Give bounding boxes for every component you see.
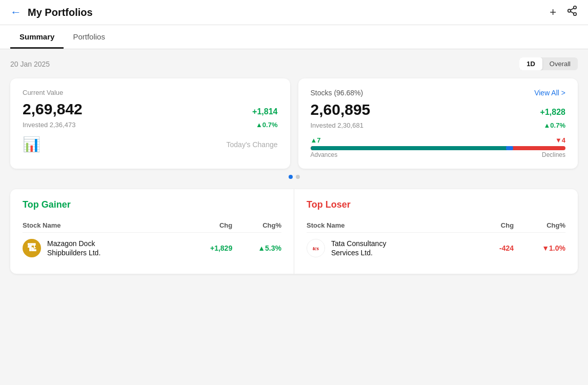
table-row[interactable]: 🏗 Mazagon DockShipbuilders Ltd. +1,829 ▲… (23, 233, 281, 264)
cards-row: Current Value 2,69,842 +1,814 Invested 2… (10, 78, 578, 169)
bottom-section: Top Gainer Stock Name Chg Chg% 🏗 (10, 189, 578, 274)
header-left: ← My Portfolios (10, 7, 93, 18)
period-overall-button[interactable]: Overall (542, 57, 578, 70)
invested-label: Invested 2,36,473 (23, 121, 75, 129)
table-row[interactable]: tcs Tata ConsultancyServices Ltd. -424 ▼… (307, 233, 565, 264)
top-gainer-title: Top Gainer (23, 199, 281, 210)
advances-count: ▲7 (311, 136, 321, 144)
current-value-label: Current Value (23, 89, 278, 96)
gainer-col-chgpct: Chg% (232, 218, 281, 233)
tcs-logo: tcs (307, 239, 325, 257)
advances-fill (311, 146, 510, 150)
carousel-dots (10, 175, 578, 179)
gainer-table: Stock Name Chg Chg% 🏗 Mazagon DockShipb (23, 218, 281, 264)
adv-dec-bar (311, 146, 566, 150)
view-all-link[interactable]: View All > (534, 89, 565, 97)
today-change-label: Today's Change (227, 140, 278, 149)
main-content: 20 Jan 2025 1D Overall Current Value 2,6… (0, 49, 588, 282)
period-toggle: 1D Overall (519, 57, 578, 70)
dot-1[interactable] (289, 175, 293, 179)
date-row: 20 Jan 2025 1D Overall (10, 57, 578, 70)
top-gainer-section: Top Gainer Stock Name Chg Chg% 🏗 (10, 189, 294, 274)
adv-dec-labels: Advances Declines (311, 151, 566, 158)
declines-count: ▼4 (555, 136, 565, 144)
svg-line-3 (571, 11, 574, 13)
stocks-label: Stocks (96.68%) (311, 89, 363, 97)
tabs-bar: Summary Portfolios (0, 25, 588, 49)
tcs-chgpct: ▼1.0% (514, 233, 565, 264)
period-1d-button[interactable]: 1D (519, 57, 542, 70)
gainer-stock-name-cell: 🏗 Mazagon DockShipbuilders Ltd. (23, 239, 186, 257)
mazagon-logo: 🏗 (23, 239, 41, 257)
invested-pct: ▲0.7% (256, 121, 278, 129)
svg-line-4 (571, 8, 574, 10)
current-value-amount: 2,69,842 (23, 100, 83, 118)
tcs-logo-text: tcs (313, 245, 319, 251)
loser-table: Stock Name Chg Chg% tcs Tata Consultancy (307, 218, 565, 264)
share-button[interactable] (566, 5, 578, 19)
current-value-card: Current Value 2,69,842 +1,814 Invested 2… (10, 78, 290, 169)
stocks-value: 2,60,895 (311, 101, 371, 118)
tab-summary[interactable]: Summary (10, 25, 64, 49)
header: ← My Portfolios + (0, 0, 588, 25)
mazagon-chg: +1,829 (186, 233, 232, 264)
gainer-col-chg: Chg (186, 218, 232, 233)
tcs-stock-name-cell: tcs Tata ConsultancyServices Ltd. (307, 239, 482, 257)
share-icon (566, 5, 578, 16)
page-title: My Portfolios (28, 7, 93, 18)
bar-thumb (506, 146, 513, 150)
tcs-name: Tata ConsultancyServices Ltd. (331, 239, 386, 257)
loser-col-stock: Stock Name (307, 218, 482, 233)
stocks-pct: ▲0.7% (544, 121, 566, 129)
back-button[interactable]: ← (10, 7, 22, 18)
current-value-change: +1,814 (252, 107, 277, 116)
dot-2[interactable] (296, 175, 300, 179)
gainer-col-stock: Stock Name (23, 218, 186, 233)
advances-label: Advances (311, 151, 338, 158)
stocks-invested-label: Invested 2,30,681 (311, 121, 363, 129)
declines-label: Declines (542, 151, 565, 158)
loser-col-chgpct: Chg% (514, 218, 565, 233)
date-label: 20 Jan 2025 (10, 60, 50, 68)
mazagon-name: Mazagon DockShipbuilders Ltd. (47, 239, 100, 257)
top-loser-title: Top Loser (307, 199, 565, 210)
mazagon-chgpct: ▲5.3% (232, 233, 281, 264)
top-loser-section: Top Loser Stock Name Chg Chg% tcs (294, 189, 578, 274)
header-right: + (550, 5, 578, 19)
loser-col-chg: Chg (482, 218, 514, 233)
chart-icon: 📊 (23, 136, 40, 153)
tcs-chg: -424 (482, 233, 514, 264)
stocks-card: Stocks (96.68%) View All > 2,60,895 +1,8… (298, 78, 578, 169)
tab-portfolios[interactable]: Portfolios (64, 25, 114, 49)
add-button[interactable]: + (550, 6, 556, 19)
stocks-change: +1,828 (540, 108, 565, 117)
adv-dec-row: ▲7 ▼4 (311, 136, 566, 144)
